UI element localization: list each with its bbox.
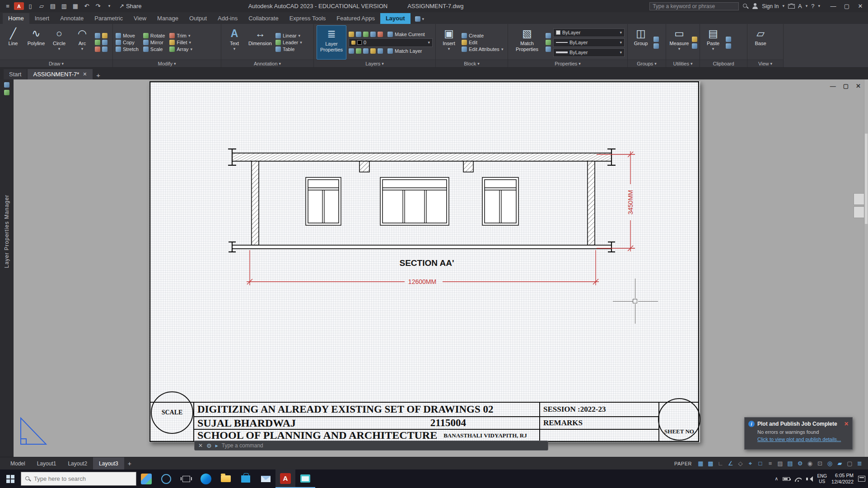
- tab-layout2[interactable]: Layout2: [62, 457, 93, 469]
- command-line[interactable]: ✕ ⚙ ▸ Type a command: [194, 441, 548, 451]
- layer-merge-icon[interactable]: [370, 48, 376, 54]
- linear-tool[interactable]: Linear▾: [275, 33, 302, 38]
- store-icon[interactable]: [236, 469, 256, 488]
- insert-tool[interactable]: ▣ Insert▾: [439, 25, 459, 60]
- layer-isolate-icon[interactable]: [356, 32, 361, 37]
- layer-lock-icon[interactable]: [370, 32, 376, 37]
- ribbon-tab-addins[interactable]: Add-ins: [212, 13, 243, 24]
- qat-undo-icon[interactable]: ↶: [82, 2, 92, 11]
- make-current-button[interactable]: Make Current: [387, 32, 425, 37]
- app-store-icon[interactable]: [788, 4, 794, 9]
- match-properties-button[interactable]: ▧ Match Properties: [511, 25, 543, 60]
- properties-list-icon[interactable]: [546, 33, 551, 38]
- panel-label-groups[interactable]: Groups▾: [628, 60, 666, 67]
- osnap-tracking-icon[interactable]: ⌖: [746, 459, 755, 469]
- linetype-dropdown[interactable]: ByLayer▾: [553, 38, 625, 47]
- annotation-monitor-icon[interactable]: ◉: [805, 459, 815, 469]
- ribbon-tab-insert[interactable]: Insert: [29, 13, 55, 24]
- doc-tab-assignment[interactable]: ASSIGNMENT-7* ✕: [28, 69, 92, 79]
- panel-label-clipboard[interactable]: Clipboard: [700, 60, 747, 67]
- new-layout-button[interactable]: +: [124, 457, 135, 469]
- help-dropdown-icon[interactable]: ▾: [818, 4, 820, 8]
- panel-label-layers[interactable]: Layers▾: [314, 60, 435, 67]
- ribbon-tab-view[interactable]: View: [128, 13, 152, 24]
- battery-icon[interactable]: [783, 477, 790, 481]
- paste-tool[interactable]: ▤ Paste▾: [703, 25, 723, 60]
- layer-properties-button[interactable]: ≣ Layer Properties: [317, 25, 346, 60]
- ribbon-tab-express-tools[interactable]: Express Tools: [284, 13, 331, 24]
- layer-off-icon[interactable]: [378, 32, 383, 37]
- edit-block-tool[interactable]: Edit: [462, 40, 503, 45]
- ribbon-tab-parametric[interactable]: Parametric: [89, 13, 128, 24]
- panel-label-block[interactable]: Block▾: [436, 60, 508, 67]
- panel-label-view[interactable]: View▾: [747, 60, 783, 67]
- clean-screen-icon[interactable]: ▢: [845, 459, 854, 469]
- rotate-tool[interactable]: Rotate: [143, 33, 165, 38]
- polar-tracking-icon[interactable]: ∠: [726, 459, 735, 469]
- ribbon-tab-featured-apps[interactable]: Featured Apps: [331, 13, 380, 24]
- search-icon[interactable]: [742, 3, 748, 9]
- point-icon[interactable]: [102, 46, 107, 52]
- layer-walk-icon[interactable]: [349, 48, 354, 54]
- share-button[interactable]: ↗ Share: [119, 3, 142, 9]
- customization-icon[interactable]: ≣: [855, 459, 864, 469]
- cortana-icon[interactable]: [156, 469, 176, 488]
- qat-save-icon[interactable]: ▤: [48, 2, 58, 11]
- ribbon-tab-manage[interactable]: Manage: [152, 13, 184, 24]
- maximize-button[interactable]: ▢: [840, 0, 854, 12]
- quick-calc-icon[interactable]: [692, 43, 697, 49]
- boundary-icon[interactable]: [102, 40, 107, 45]
- ellipse-icon[interactable]: [95, 40, 100, 45]
- close-button[interactable]: ✕: [854, 0, 867, 12]
- space-toggle[interactable]: PAPER: [674, 461, 692, 466]
- task-view-icon[interactable]: [176, 469, 196, 488]
- start-button[interactable]: [0, 469, 21, 488]
- file-explorer-icon[interactable]: [216, 469, 236, 488]
- lineweight-dropdown[interactable]: ByLayer▾: [553, 48, 625, 57]
- match-layer-button[interactable]: Match Layer: [387, 48, 422, 54]
- panel-label-properties[interactable]: Properties▾: [508, 60, 627, 67]
- ribbon-tab-annotate[interactable]: Annotate: [55, 13, 89, 24]
- panel-label-annotation[interactable]: Annotation▾: [221, 60, 313, 67]
- new-drawing-button[interactable]: +: [93, 70, 103, 79]
- edge-icon[interactable]: [196, 469, 216, 488]
- quick-select-icon[interactable]: [692, 37, 697, 42]
- tab-model[interactable]: Model: [5, 457, 31, 469]
- network-icon[interactable]: [794, 476, 802, 482]
- qat-plot-icon[interactable]: ▦: [70, 2, 80, 11]
- layer-dropdown[interactable]: 0 ▾: [349, 38, 433, 47]
- ortho-icon[interactable]: ∟: [716, 459, 725, 469]
- lineweight-icon[interactable]: ≡: [765, 459, 775, 469]
- move-tool[interactable]: Move: [116, 33, 139, 38]
- create-block-tool[interactable]: Create: [462, 33, 503, 38]
- layer-thaw-icon[interactable]: [356, 48, 361, 54]
- rectangle-icon[interactable]: [95, 33, 100, 38]
- panel-label-modify[interactable]: Modify▾: [113, 60, 221, 67]
- help-icon[interactable]: ?: [811, 3, 814, 9]
- polyline-tool[interactable]: ∿ Polyline: [26, 25, 47, 60]
- autodesk-apps-icon[interactable]: A: [798, 3, 802, 9]
- scrollbar-thumb[interactable]: [865, 134, 868, 224]
- sign-in-button[interactable]: Sign In: [762, 3, 779, 9]
- workspace-icon[interactable]: ⚙: [795, 459, 805, 469]
- measure-tool[interactable]: ▭ Measure▾: [669, 25, 690, 60]
- news-widget-icon[interactable]: [136, 469, 156, 488]
- tab-layout1[interactable]: Layout1: [31, 457, 62, 469]
- qat-open-icon[interactable]: ▱: [37, 2, 47, 11]
- line-tool[interactable]: ╱ Line: [3, 25, 23, 60]
- object-snap-icon[interactable]: □: [756, 459, 765, 469]
- toast-link[interactable]: Click to view plot and publish details..…: [757, 437, 849, 442]
- isodraft-icon[interactable]: ◇: [736, 459, 745, 469]
- ribbon-tab-home[interactable]: Home: [3, 13, 29, 24]
- base-tool[interactable]: ▱ Base: [750, 25, 771, 60]
- object-color-dropdown[interactable]: ByLayer▾: [553, 28, 625, 37]
- panel-label-draw[interactable]: Draw▾: [0, 60, 112, 67]
- sign-in-dropdown-icon[interactable]: ▾: [783, 4, 785, 8]
- qat-dropdown-icon[interactable]: ▾: [104, 2, 114, 11]
- layer-properties-palette[interactable]: Layer Properties Manager: [0, 79, 14, 457]
- properties-more-icon[interactable]: [546, 46, 551, 52]
- layer-unlock-icon[interactable]: [363, 48, 369, 54]
- vertical-scrollbar[interactable]: [864, 79, 868, 457]
- panel-label-utilities[interactable]: Utilities▾: [666, 60, 700, 67]
- command-customize-icon[interactable]: ⚙: [206, 442, 212, 449]
